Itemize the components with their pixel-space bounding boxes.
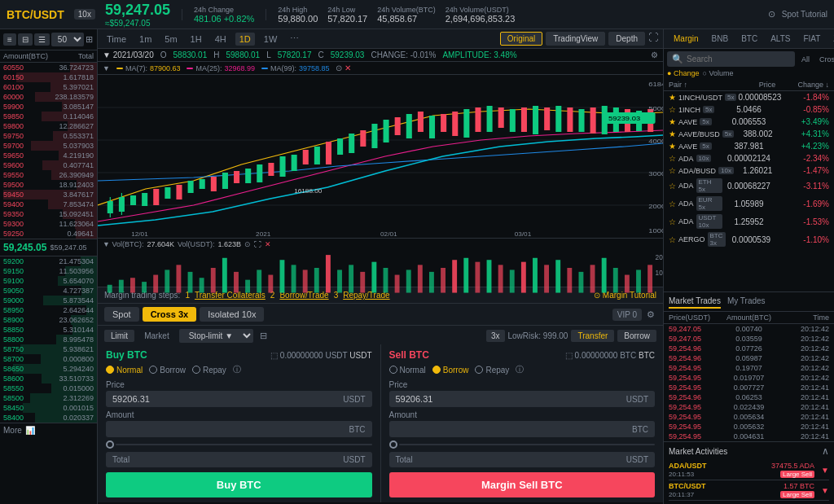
ob-sell-row[interactable]: 59850 0.114046: [0, 112, 97, 121]
pair-star[interactable]: ☆: [669, 235, 676, 244]
pair-list-item[interactable]: ☆ AERGO BTC 3x 0.0000539 -1.10%: [664, 230, 834, 248]
ob-sell-row[interactable]: 59650 4.219190: [0, 151, 97, 160]
vol-settings-icon[interactable]: ⊙: [244, 240, 251, 248]
pair-star[interactable]: ☆: [669, 105, 676, 114]
buy-amount-input[interactable]: [112, 424, 349, 434]
sell-price-field[interactable]: USDT: [389, 391, 656, 407]
spot-tutorial-btn[interactable]: Spot Tutorial: [782, 10, 827, 19]
time-btn-1d[interactable]: 1D: [235, 33, 255, 46]
ob-sell-row[interactable]: 59450 3.847617: [0, 190, 97, 199]
chart-expand-icon[interactable]: ⛶: [648, 32, 658, 46]
buy-btc-button[interactable]: Buy BTC: [106, 472, 372, 497]
pair-list-item[interactable]: ☆ ADA USDT 10x 1.25952 -1.53%: [664, 213, 834, 230]
ob-sell-row[interactable]: 60550 36.724723: [0, 63, 97, 72]
tab-my-trades[interactable]: My Trades: [727, 295, 766, 309]
ob-sell-row[interactable]: 59600 0.407741: [0, 160, 97, 170]
sell-amount-input[interactable]: [396, 424, 633, 434]
time-btn-1h[interactable]: 1H: [187, 33, 206, 46]
ob-buy-row[interactable]: 58950 2.642644: [0, 305, 97, 315]
ob-view-btn3[interactable]: ☰: [34, 33, 50, 46]
ob-sell-row[interactable]: 59900 3.085147: [0, 102, 97, 112]
order-type-limit[interactable]: Limit: [104, 330, 134, 342]
order-type-stoplimit[interactable]: Stop-limit ▼: [179, 329, 253, 343]
view-depth-btn[interactable]: Depth: [608, 32, 645, 46]
sell-price-input[interactable]: [396, 394, 626, 404]
buy-radio-repay[interactable]: Repay: [192, 366, 226, 375]
sell-info-icon[interactable]: ⓘ: [516, 364, 524, 375]
ob-sell-row[interactable]: 59750 0.553371: [0, 131, 97, 141]
ob-buy-row[interactable]: 59100 5.654070: [0, 276, 97, 286]
more-button[interactable]: More 📊: [0, 423, 97, 437]
view-original-btn[interactable]: Original: [500, 32, 542, 46]
tab-alts[interactable]: ALTS: [766, 33, 795, 45]
ob-sell-row[interactable]: 59250 0.49641: [0, 229, 97, 239]
time-btn-1w[interactable]: 1W: [260, 33, 282, 46]
ob-buy-row[interactable]: 58800 8.995478: [0, 335, 97, 344]
ob-sell-row[interactable]: 59800 12.286627: [0, 121, 97, 131]
ob-view-btn2[interactable]: ⊟: [18, 33, 33, 46]
vol-expand-icon[interactable]: ⛶: [254, 240, 261, 248]
tab-bnb[interactable]: BNB: [707, 33, 734, 45]
ob-sell-row[interactable]: 60150 1.617818: [0, 72, 97, 82]
pair-list-item[interactable]: ★ 1INCH/USDT 5x 0.00008523 -1.84%: [664, 91, 834, 103]
pair-list-item[interactable]: ☆ ADA EUR 5x 1.05989 -1.69%: [664, 195, 834, 213]
ob-buy-row[interactable]: 58400 0.020337: [0, 413, 97, 423]
pair-list-item[interactable]: ☆ ADA/BUSD 10x 1.26021 -1.47%: [664, 164, 834, 177]
sell-amount-field[interactable]: BTC: [389, 421, 656, 437]
pair-list-item[interactable]: ☆ 1INCH 5x 5.0466 -0.85%: [664, 103, 834, 116]
sell-slider-thumb[interactable]: [389, 440, 397, 449]
pair-star[interactable]: ☆: [669, 182, 676, 191]
ob-view-btn[interactable]: ≡: [3, 33, 16, 46]
ma-settings-icon[interactable]: ⊙: [336, 64, 342, 72]
volume-radio[interactable]: ○ Volume: [702, 69, 733, 77]
ob-buy-row[interactable]: 58550 0.015000: [0, 383, 97, 393]
time-btn-4h[interactable]: 4H: [211, 33, 230, 46]
market-activities-collapse-icon[interactable]: ∧: [822, 445, 829, 457]
ob-sell-row[interactable]: 59550 26.390949: [0, 170, 97, 180]
order-type-market[interactable]: Market: [138, 330, 176, 342]
time-btn-1m[interactable]: 1m: [135, 33, 156, 46]
ob-buy-row[interactable]: 58650 5.294240: [0, 364, 97, 374]
ob-buy-row[interactable]: 58450 0.001015: [0, 403, 97, 413]
pair-star[interactable]: ☆: [669, 154, 676, 163]
sell-btc-button[interactable]: Margin Sell BTC: [389, 472, 656, 497]
tab-fiat[interactable]: FIAT: [798, 33, 825, 45]
ob-sell-row[interactable]: 60100 5.397021: [0, 82, 97, 92]
ob-buy-row[interactable]: 59200 21.475304: [0, 256, 97, 266]
sell-slider-track[interactable]: [399, 444, 656, 445]
transfer-button[interactable]: Transfer: [571, 330, 614, 342]
ob-buy-row[interactable]: 58700 0.000800: [0, 354, 97, 364]
chart-more-btn[interactable]: ⋯: [286, 32, 303, 46]
borrow-button[interactable]: Borrow: [617, 330, 656, 342]
ob-sell-row[interactable]: 59400 7.853474: [0, 199, 97, 209]
ob-sell-row[interactable]: 60000 238.183579: [0, 92, 97, 102]
pair-list-item[interactable]: ☆ ADA ETH 5x 0.00068227 -3.11%: [664, 177, 834, 195]
tab-isolated[interactable]: Isolated 10x: [200, 307, 264, 322]
pair-list-item[interactable]: ☆ ADA 10x 0.00002124 -2.34%: [664, 152, 834, 164]
ob-buy-row[interactable]: 58750 5.938621: [0, 344, 97, 354]
tab-margin[interactable]: Margin: [669, 33, 704, 45]
leverage-badge[interactable]: 10x: [74, 9, 95, 20]
toggle-cross[interactable]: Cross: [816, 55, 834, 64]
pair-star[interactable]: ★: [669, 117, 676, 126]
view-tradingview-btn[interactable]: TradingView: [546, 32, 605, 46]
ob-buy-row[interactable]: 59050 4.727387: [0, 286, 97, 296]
pair-star[interactable]: ☆: [669, 217, 676, 226]
buy-slider-thumb[interactable]: [106, 440, 114, 449]
pair-star[interactable]: ★: [669, 129, 676, 138]
tab-btc[interactable]: BTC: [736, 33, 762, 45]
vol-close-icon[interactable]: ✕: [265, 240, 271, 248]
ma-close-icon[interactable]: ✕: [345, 64, 351, 72]
buy-radio-borrow[interactable]: Borrow: [149, 366, 186, 375]
buy-radio-normal[interactable]: Normal: [106, 366, 143, 375]
ob-sell-row[interactable]: 59500 18.912403: [0, 180, 97, 190]
toggle-all[interactable]: All: [798, 55, 813, 64]
chart-indicators-btn[interactable]: ⚙: [651, 50, 658, 59]
tab-zones[interactable]: Zones: [828, 33, 834, 45]
ob-size-dropdown[interactable]: 501020: [51, 33, 84, 46]
pair-list-item[interactable]: ★ AAVE 5x 387.981 +4.23%: [664, 140, 834, 152]
time-btn-time[interactable]: Time: [103, 33, 130, 46]
sell-radio-normal[interactable]: Normal: [389, 366, 426, 375]
ob-sell-row[interactable]: 59300 11.623064: [0, 219, 97, 229]
pair-list-item[interactable]: ★ AAVE/BUSD 5x 388.002 +4.31%: [664, 128, 834, 140]
